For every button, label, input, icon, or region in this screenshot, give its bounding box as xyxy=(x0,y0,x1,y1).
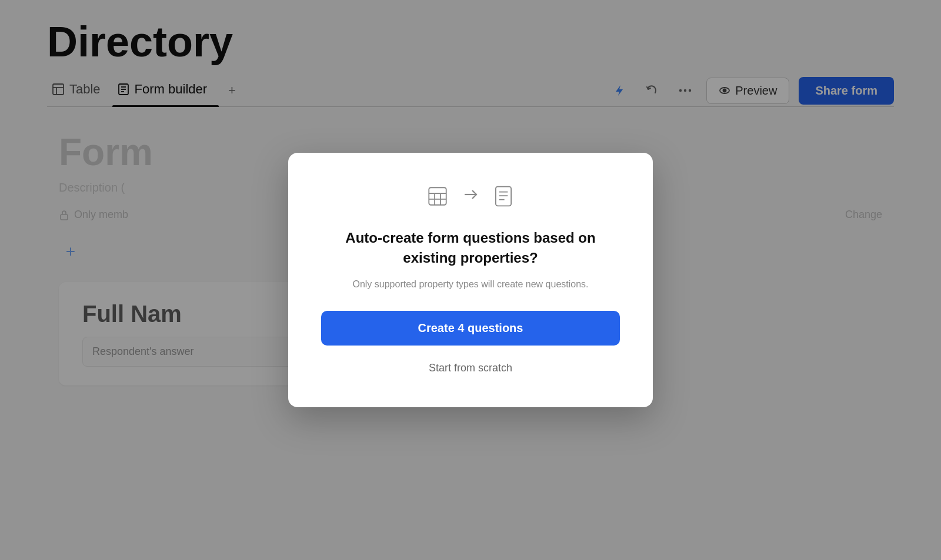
auto-create-modal: Auto-create form questions based on exis… xyxy=(288,153,653,407)
start-from-scratch-button[interactable]: Start from scratch xyxy=(424,357,517,379)
modal-form-icon xyxy=(488,181,519,212)
modal-title: Auto-create form questions based on exis… xyxy=(321,228,620,267)
create-questions-label: Create 4 questions xyxy=(418,321,523,334)
modal-subtitle: Only supported property types will creat… xyxy=(321,277,620,292)
create-questions-button[interactable]: Create 4 questions xyxy=(321,311,620,346)
modal-arrow-icon xyxy=(462,186,479,207)
modal-overlay: Auto-create form questions based on exis… xyxy=(0,0,941,560)
svg-rect-14 xyxy=(429,187,446,204)
start-from-scratch-label: Start from scratch xyxy=(429,362,512,374)
modal-icon-row xyxy=(321,181,620,212)
modal-table-icon xyxy=(422,181,453,212)
